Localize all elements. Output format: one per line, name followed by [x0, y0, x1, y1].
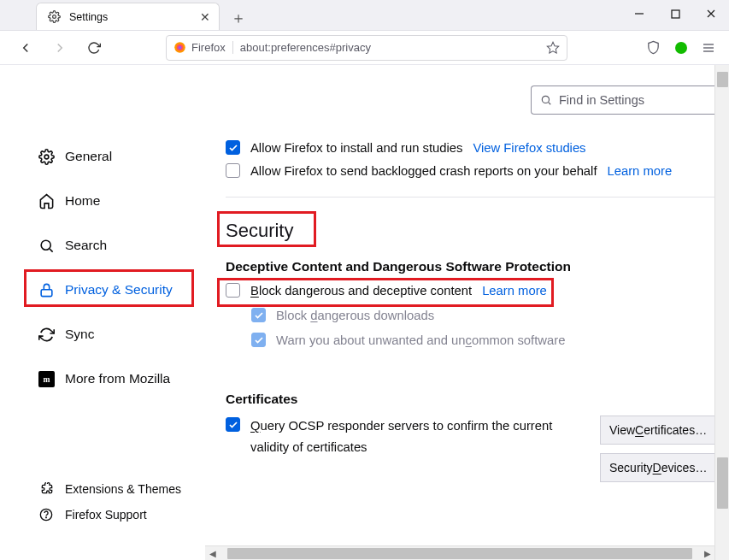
tab-settings[interactable]: Settings ✕ [36, 3, 220, 30]
window-close-button[interactable] [703, 6, 719, 21]
svg-point-9 [675, 42, 687, 54]
sidebar-extensions[interactable]: Extensions & Themes [31, 476, 210, 502]
svg-line-17 [50, 249, 52, 251]
identity-box[interactable]: Firefox [173, 41, 233, 54]
vertical-scrollbar[interactable] [714, 65, 729, 560]
settings-page: Find in Settings General Home Search Pri… [0, 65, 729, 560]
gear-icon [38, 148, 55, 165]
heading-security: Security [226, 220, 714, 242]
checkbox-crash-reports[interactable] [226, 163, 240, 178]
svg-point-22 [46, 517, 47, 518]
checkbox-ocsp[interactable] [226, 417, 240, 432]
sidebar-item-more[interactable]: m More from Mozilla [31, 363, 197, 395]
svg-point-7 [179, 46, 182, 50]
settings-main: Allow Firefox to install and run studies… [226, 140, 714, 545]
checkbox-block-deceptive[interactable] [226, 283, 240, 298]
lock-icon [38, 281, 55, 298]
sync-icon [38, 326, 55, 343]
reload-button[interactable] [82, 36, 106, 60]
new-tab-button[interactable]: ＋ [226, 6, 250, 30]
button-security-devices[interactable]: Security Devices… [600, 453, 720, 482]
label-warn-uncommon: Warn you about unwanted and uncommon sof… [276, 333, 565, 347]
sidebar-item-label: General [65, 149, 112, 164]
identity-label: Firefox [191, 41, 226, 54]
window-minimize-button[interactable] [632, 6, 647, 21]
extension-icon[interactable] [674, 41, 688, 55]
nav-toolbar: Firefox about:preferences#privacy [0, 31, 729, 65]
sidebar-item-general[interactable]: General [31, 140, 197, 173]
mozilla-icon: m [38, 370, 55, 387]
sidebar-item-label: Privacy & Security [65, 282, 173, 298]
url-text: about:preferences#privacy [240, 41, 371, 54]
tab-close-button[interactable]: ✕ [200, 10, 210, 24]
svg-point-4 [52, 15, 56, 19]
link-security-learn-more[interactable]: Learn more [482, 284, 547, 298]
sidebar-item-label: Sync [65, 327, 94, 342]
label-crash-reports: Allow Firefox to send backlogged crash r… [250, 164, 597, 178]
sidebar-item-sync[interactable]: Sync [31, 318, 197, 351]
find-in-settings-input[interactable]: Find in Settings [531, 85, 714, 115]
home-icon [38, 192, 55, 209]
sidebar-item-home[interactable]: Home [31, 185, 197, 217]
svg-rect-18 [41, 289, 52, 296]
horizontal-scrollbar[interactable]: ◀▶ [205, 545, 714, 560]
tab-bar: Settings ✕ ＋ [0, 0, 729, 31]
puzzle-icon [38, 480, 55, 498]
checkbox-block-downloads [251, 308, 266, 322]
label-block-deceptive: Block dangerous and deceptive content [250, 284, 472, 298]
label-allow-studies: Allow Firefox to install and run studies [250, 141, 462, 155]
sidebar-item-search[interactable]: Search [31, 229, 197, 262]
search-icon [540, 94, 552, 106]
tab-title: Settings [69, 11, 108, 23]
checkbox-allow-studies[interactable] [226, 140, 240, 155]
window-maximize-button[interactable] [667, 6, 683, 21]
svg-point-13 [542, 96, 549, 103]
pocket-icon[interactable] [646, 40, 661, 55]
sidebar-item-label: Firefox Support [65, 508, 147, 522]
sidebar-bottom: Extensions & Themes Firefox Support [31, 476, 210, 528]
svg-line-14 [549, 103, 551, 105]
svg-marker-8 [547, 42, 558, 53]
subheading-deceptive: Deceptive Content and Dangerous Software… [226, 259, 714, 274]
sidebar-item-label: Extensions & Themes [65, 482, 181, 496]
link-view-studies[interactable]: View Firefox studies [473, 141, 585, 155]
back-button[interactable] [14, 36, 38, 60]
settings-sidebar: General Home Search Privacy & Security S… [31, 140, 197, 395]
svg-rect-1 [672, 10, 679, 18]
find-placeholder: Find in Settings [559, 93, 644, 107]
help-icon [38, 506, 55, 523]
sidebar-support[interactable]: Firefox Support [31, 502, 210, 528]
svg-text:m: m [43, 375, 50, 384]
sidebar-item-privacy[interactable]: Privacy & Security [31, 274, 197, 306]
sidebar-item-label: Search [65, 238, 107, 253]
firefox-logo-icon [173, 41, 186, 54]
button-view-certificates[interactable]: View Certificates… [600, 416, 720, 445]
app-menu-button[interactable] [702, 41, 715, 55]
search-icon [38, 237, 55, 254]
label-ocsp: Query OCSP responder servers to confirm … [250, 416, 592, 458]
gear-icon [45, 9, 62, 26]
svg-point-16 [41, 240, 50, 250]
label-block-downloads: Block dangerous downloads [276, 309, 434, 322]
section-divider [226, 197, 714, 197]
link-crash-learn-more[interactable]: Learn more [608, 164, 673, 178]
sidebar-item-label: Home [65, 193, 100, 209]
subheading-certificates: Certificates [226, 392, 714, 407]
forward-button[interactable] [48, 36, 72, 60]
bookmark-star-icon[interactable] [546, 41, 560, 55]
url-bar[interactable]: Firefox about:preferences#privacy [166, 35, 567, 61]
checkbox-warn-uncommon [251, 333, 266, 347]
svg-point-15 [44, 155, 49, 159]
sidebar-item-label: More from Mozilla [65, 371, 170, 386]
